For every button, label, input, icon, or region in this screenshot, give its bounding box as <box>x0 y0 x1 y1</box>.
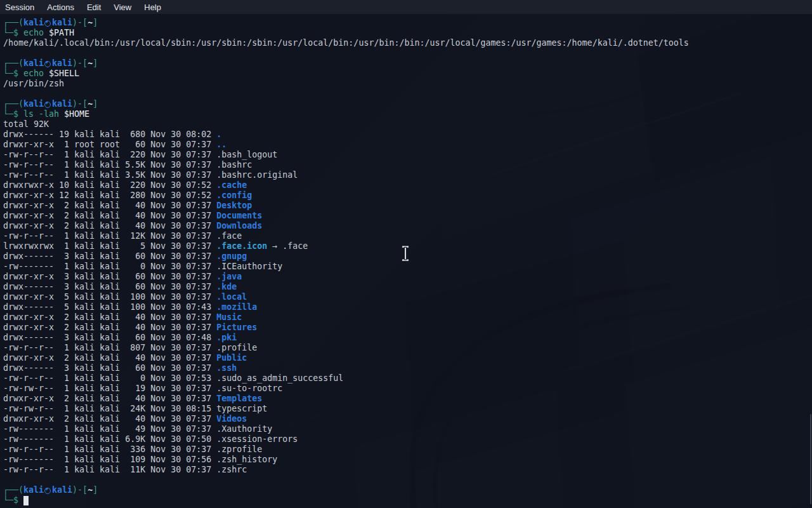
ls-filename: .bashrc <box>216 160 252 170</box>
ls-filename: typescript <box>216 404 267 413</box>
prompt-line-bottom: └─$ echo $PATH <box>3 28 812 38</box>
scrollbar[interactable] <box>810 414 811 504</box>
prompt-cwd: ~ <box>88 99 93 109</box>
typed-command: ls -lah <box>23 109 59 119</box>
text-cursor <box>23 496 29 505</box>
ls-filename: .cache <box>216 180 247 190</box>
ls-row: -rw-r--r-- 1 kali kali 336 Nov 30 07:37 … <box>3 444 812 455</box>
ls-row: -rw------- 1 kali kali 49 Nov 30 07:37 .… <box>3 424 812 434</box>
command-output: /usr/bin/zsh <box>3 79 812 89</box>
ls-total-line: total 92K <box>3 119 812 130</box>
ls-row: drwx------ 3 kali kali 60 Nov 30 07:37 .… <box>3 251 812 262</box>
ls-row: drwxr-xr-x 2 kali kali 40 Nov 30 07:37 P… <box>3 353 812 363</box>
ls-row: drwxr-xr-x 2 kali kali 40 Nov 30 07:37 D… <box>3 221 812 231</box>
prompt-line-top: ┌──(kalikali)-[~] <box>3 58 812 69</box>
menu-item-session[interactable]: Session <box>0 1 41 13</box>
ls-filename: .gnupg <box>216 251 247 261</box>
ls-filename: .ICEauthority <box>216 262 282 271</box>
ls-row: -rw-r--r-- 1 kali kali 220 Nov 30 07:37 … <box>3 150 812 160</box>
ls-row: drwxr-xr-x 12 kali kali 280 Nov 30 07:52… <box>3 190 812 201</box>
ls-row: -rw-rw-r-- 1 kali kali 24K Nov 30 08:15 … <box>3 404 812 414</box>
kali-at-icon <box>44 488 51 494</box>
ls-row: -rw-r--r-- 1 kali kali 12K Nov 30 07:37 … <box>3 231 812 241</box>
menu-item-view[interactable]: View <box>107 1 138 13</box>
ls-filename: Templates <box>216 394 262 403</box>
ls-filename: .zsh_history <box>216 455 277 464</box>
ls-filename: .bashrc.original <box>216 170 298 180</box>
ls-filename: .config <box>216 190 252 200</box>
prompt-line-bottom: └─$ <box>3 495 812 505</box>
typed-command: echo <box>23 69 44 78</box>
ls-filename: .face.icon <box>216 241 267 251</box>
ls-row: -rw-r--r-- 1 kali kali 11K Nov 30 07:37 … <box>3 465 812 475</box>
ls-filename: .bash_logout <box>216 150 277 159</box>
prompt-cwd: ~ <box>88 58 93 68</box>
menu-item-edit[interactable]: Edit <box>81 1 107 13</box>
prompt-host: kali <box>52 58 72 68</box>
ls-filename: Music <box>216 312 242 322</box>
kali-at-icon <box>44 20 51 27</box>
prompt-line-bottom: └─$ ls -lah $HOME <box>3 109 812 119</box>
ls-filename: .xsession-errors <box>216 434 298 444</box>
prompt-line-top: ┌──(kalikali)-[~] <box>3 18 812 28</box>
prompt-line-top: ┌──(kalikali)-[~] <box>3 485 812 495</box>
ls-filename: .local <box>216 292 247 302</box>
ls-filename: .java <box>216 272 242 281</box>
ls-filename: .pki <box>216 333 237 342</box>
ls-row: drwx------ 3 kali kali 60 Nov 30 07:37 .… <box>3 363 812 373</box>
prompt-line-top: ┌──(kalikali)-[~] <box>3 99 812 109</box>
ls-row: drwxr-xr-x 2 kali kali 40 Nov 30 07:37 M… <box>3 312 812 323</box>
terminal-viewport[interactable]: ┌──(kalikali)-[~]└─$ echo $PATH/home/kal… <box>0 15 812 508</box>
ls-filename: Downloads <box>216 221 262 231</box>
terminal-blank-line <box>3 48 812 58</box>
ls-row: drwxrwxr-x 10 kali kali 220 Nov 30 07:52… <box>3 180 812 190</box>
ls-filename: Videos <box>216 414 247 424</box>
prompt-user: kali <box>23 485 44 495</box>
ls-filename: .sudo_as_admin_successful <box>216 373 343 383</box>
ls-row: drwxr-xr-x 2 kali kali 40 Nov 30 07:37 V… <box>3 414 812 424</box>
ls-row: -rw-r--r-- 1 kali kali 5.5K Nov 30 07:37… <box>3 160 812 170</box>
ls-filename: . <box>216 130 221 139</box>
ls-filename: .face <box>216 231 242 241</box>
ls-row: -rw-r--r-- 1 kali kali 0 Nov 30 07:53 .s… <box>3 373 812 384</box>
ls-row: -rw-r--r-- 1 kali kali 807 Nov 30 07:37 … <box>3 343 812 353</box>
ls-row: -rw------- 1 kali kali 6.9K Nov 30 07:50… <box>3 434 812 444</box>
ls-filename: Pictures <box>216 323 257 332</box>
ls-row: drwx------ 3 kali kali 60 Nov 30 07:37 .… <box>3 282 812 292</box>
ls-row: drwxr-xr-x 2 kali kali 40 Nov 30 07:37 D… <box>3 211 812 221</box>
ls-filename: Public <box>216 353 247 363</box>
menu-item-help[interactable]: Help <box>138 1 167 13</box>
prompt-user: kali <box>23 18 44 27</box>
ls-row: drwx------ 19 kali kali 680 Nov 30 08:02… <box>3 130 812 140</box>
ls-filename: .profile <box>216 343 257 352</box>
ls-row: -rw------- 1 kali kali 109 Nov 30 07:56 … <box>3 455 812 465</box>
ls-row: drwxr-xr-x 2 kali kali 40 Nov 30 07:37 T… <box>3 394 812 404</box>
prompt-host: kali <box>52 485 72 495</box>
ls-filename: .zprofile <box>216 444 262 454</box>
ls-filename: .kde <box>216 282 237 291</box>
ls-row: -rw------- 1 kali kali 0 Nov 30 07:37 .I… <box>3 262 812 272</box>
ls-row: drwxr-xr-x 3 kali kali 60 Nov 30 07:37 .… <box>3 272 812 282</box>
ls-filename: .mozilla <box>216 302 257 312</box>
ls-filename: .zshrc <box>216 465 247 474</box>
terminal-blank-line <box>3 89 812 99</box>
ls-filename: .ssh <box>216 363 237 373</box>
typed-command: echo <box>23 28 44 37</box>
ls-row: drwxr-xr-x 1 root root 60 Nov 30 07:37 .… <box>3 140 812 150</box>
prompt-line-bottom: └─$ echo $SHELL <box>3 69 812 79</box>
ls-filename: Documents <box>216 211 262 220</box>
prompt-user: kali <box>23 58 44 68</box>
ls-filename: .su-to-rootrc <box>216 384 282 393</box>
ls-row: -rw-rw-r-- 1 kali kali 19 Nov 30 07:37 .… <box>3 384 812 394</box>
ls-row: drwxr-xr-x 2 kali kali 40 Nov 30 07:37 D… <box>3 201 812 211</box>
ls-row: drwxr-xr-x 2 kali kali 40 Nov 30 07:37 P… <box>3 323 812 333</box>
prompt-cwd: ~ <box>88 485 93 495</box>
menu-item-actions[interactable]: Actions <box>41 1 81 13</box>
kali-at-icon <box>44 102 51 108</box>
command-output: /home/kali/.local/bin:/usr/local/sbin:/u… <box>3 38 812 48</box>
kali-at-icon <box>44 61 51 67</box>
prompt-cwd: ~ <box>88 18 93 27</box>
ls-filename: Desktop <box>216 201 252 210</box>
ls-row: drwxr-xr-x 5 kali kali 100 Nov 30 07:37 … <box>3 292 812 302</box>
terminal-menubar: Session Actions Edit View Help <box>0 0 812 15</box>
